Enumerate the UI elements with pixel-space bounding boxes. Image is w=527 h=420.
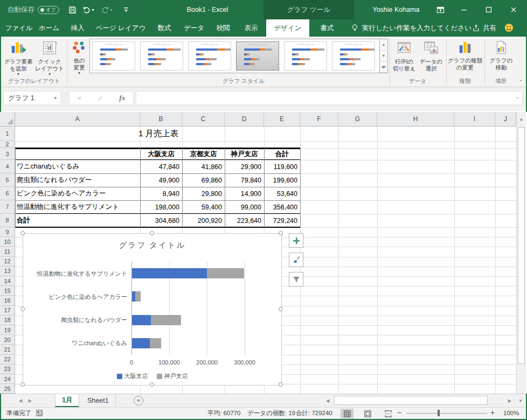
selection-handle[interactable] — [20, 307, 25, 311]
column-header-E[interactable]: E — [264, 112, 300, 127]
row-header-12[interactable]: 12 — [0, 257, 15, 267]
ribbon-tab-2[interactable]: ホーム — [36, 19, 63, 37]
value-cell[interactable]: 356,400 — [264, 200, 300, 214]
row-header-2[interactable]: 2 — [0, 141, 15, 148]
chart-style-thumbnail-2[interactable]: グラフ タイトル — [140, 41, 183, 71]
view-page-break-button[interactable] — [382, 409, 394, 418]
autosave-toggle[interactable]: オフ — [38, 6, 59, 14]
ribbon-tab-10[interactable]: 書式 — [311, 19, 343, 37]
selection-handle[interactable] — [279, 382, 283, 387]
chart-legend[interactable]: 大阪支店神戸支店 — [23, 372, 281, 380]
switch-row-column-button[interactable]: 行/列の 切り替え — [391, 38, 417, 79]
zoom-in-button[interactable]: + — [490, 407, 495, 418]
row-header-15[interactable]: 15 — [0, 286, 15, 296]
select-data-button[interactable]: データの 選択 — [418, 38, 444, 79]
formula-input[interactable] — [136, 91, 523, 105]
selection-handle[interactable] — [150, 231, 154, 235]
chart-object[interactable]: グラフ タイトル 0100,000200,000300,000恒温動物に進化する… — [23, 233, 282, 386]
name-box[interactable]: グラフ 1 ▼ — [3, 91, 61, 105]
legend-item[interactable]: 大阪支店 — [117, 372, 148, 380]
status-count[interactable]: データの個数: 19 — [247, 408, 295, 419]
chart-category-label[interactable]: ピンク色に染めるヘアカラー — [23, 293, 127, 301]
column-header-D[interactable]: D — [225, 112, 264, 127]
feedback-smiley-button[interactable] — [504, 23, 514, 34]
value-cell[interactable]: 79,840 — [225, 173, 264, 187]
bar-segment-神戸支店[interactable] — [207, 268, 244, 278]
bar-segment-大阪支店[interactable] — [132, 315, 151, 325]
total-value-cell[interactable]: 200,920 — [182, 214, 225, 227]
selection-handle[interactable] — [20, 382, 25, 387]
collapse-ribbon-button[interactable]: ⌃ — [518, 79, 523, 85]
add-chart-element-button[interactable]: グラフ要素 を追加 ▾ — [3, 38, 33, 79]
status-sum[interactable]: 合計: 729240 — [296, 408, 332, 419]
total-value-cell[interactable]: 223,640 — [225, 214, 264, 227]
column-header-I[interactable]: I — [454, 112, 495, 127]
scroll-left-button[interactable]: ◀ — [323, 396, 332, 405]
total-value-cell[interactable]: 729,240 — [264, 214, 300, 227]
formula-bar-grip[interactable]: ⋮ — [64, 93, 66, 103]
row-header-1[interactable]: 1 — [0, 127, 15, 141]
sheet-nav-next-button[interactable]: ▶ — [26, 394, 34, 407]
maximize-button[interactable] — [480, 0, 498, 19]
total-label-cell[interactable]: 合計 — [17, 214, 140, 227]
ribbon-tab-9[interactable]: デザイン — [266, 19, 309, 37]
chart-title[interactable]: グラフ タイトル — [23, 240, 281, 250]
undo-button[interactable]: ▾ — [82, 3, 95, 16]
row-header-6[interactable]: 6 — [0, 187, 15, 200]
row-header-16[interactable]: 16 — [0, 296, 15, 305]
scroll-right-button[interactable]: ▶ — [505, 396, 514, 405]
chart-style-thumbnail-6[interactable]: グラフ タイトル — [332, 41, 375, 71]
chart-bar[interactable] — [132, 315, 181, 325]
chart-bar[interactable] — [132, 338, 161, 348]
column-header-A[interactable]: A — [15, 112, 140, 127]
row-label-cell[interactable]: ワニchanぬいぐるみ — [17, 160, 140, 173]
row-header-14[interactable]: 14 — [0, 276, 15, 286]
bar-segment-神戸支店[interactable] — [151, 315, 181, 325]
column-header-J[interactable]: J — [495, 112, 516, 127]
row-label-cell[interactable]: 爬虫類になれるパウダー — [17, 173, 140, 187]
scroll-down-button[interactable]: ▼ — [516, 396, 525, 405]
chart-style-thumbnail-5[interactable]: グラフ タイトル — [284, 41, 327, 71]
column-header-C[interactable]: C — [182, 112, 225, 127]
table-header-cell[interactable]: 神戸支店 — [225, 148, 264, 160]
row-header-3[interactable]: 3 — [0, 148, 15, 160]
row-header-22[interactable]: 22 — [0, 355, 15, 365]
select-all-corner[interactable] — [0, 112, 15, 127]
ribbon-tab-7[interactable]: 校閲 — [210, 19, 236, 37]
ribbon-tab-3[interactable]: 挿入 — [65, 19, 91, 37]
value-cell[interactable]: 199,600 — [264, 173, 300, 187]
zoom-level[interactable]: 100% — [503, 408, 519, 419]
macro-record-button[interactable] — [36, 409, 43, 420]
row-header-9[interactable]: 9 — [0, 227, 15, 237]
selection-handle[interactable] — [150, 382, 154, 387]
chart-style-thumbnail-3[interactable]: グラフ タイトル — [188, 41, 231, 71]
row-header-10[interactable]: 10 — [0, 237, 15, 247]
scroll-up-button[interactable]: ▲ — [517, 114, 526, 124]
selection-handle[interactable] — [20, 231, 25, 235]
chart-category-label[interactable]: ワニchanぬいぐるみ — [23, 339, 127, 347]
confirm-entry-button[interactable]: ✓ — [98, 94, 103, 102]
formula-bar-expand-icon[interactable]: ⌄ — [515, 94, 519, 100]
view-normal-button[interactable] — [341, 409, 353, 418]
row-header-24[interactable]: 24 — [0, 374, 15, 384]
row-header-18[interactable]: 18 — [0, 316, 15, 325]
chart-filters-button[interactable] — [289, 272, 303, 286]
chart-category-label[interactable]: 恒温動物に進化するサプリメント — [23, 270, 127, 278]
value-cell[interactable]: 198,000 — [140, 200, 182, 214]
ribbon-tab-8[interactable]: 表示 — [238, 19, 264, 37]
row-header-5[interactable]: 5 — [0, 173, 15, 187]
chart-elements-button[interactable] — [289, 233, 303, 248]
row-label-cell[interactable]: 恒温動物に進化するサプリメント — [17, 200, 140, 214]
gallery-scroll-up-button[interactable]: ▲ — [380, 39, 387, 51]
chart-styles-button[interactable] — [289, 253, 303, 267]
row-header-4[interactable]: 4 — [0, 160, 15, 173]
redo-button[interactable]: ▾ — [100, 3, 113, 16]
status-average[interactable]: 平均: 60770 — [207, 408, 240, 419]
zoom-out-button[interactable]: − — [397, 407, 401, 418]
row-header-8[interactable]: 8 — [0, 214, 15, 227]
column-header-H[interactable]: H — [377, 112, 454, 127]
bar-segment-大阪支店[interactable] — [132, 268, 207, 278]
value-cell[interactable]: 29,800 — [182, 187, 225, 200]
zoom-slider-track[interactable] — [406, 413, 487, 414]
table-header-cell[interactable]: 大阪支店 — [140, 148, 182, 160]
